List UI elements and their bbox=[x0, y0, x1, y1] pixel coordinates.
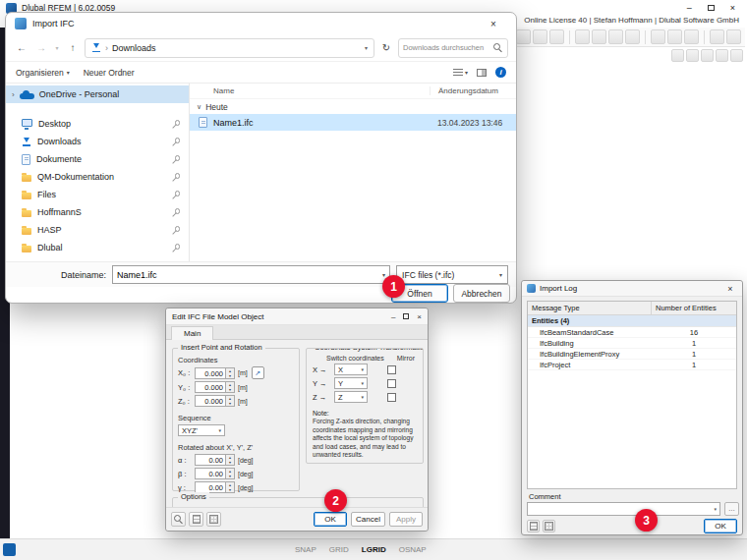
sidebar-item-onedrive[interactable]: › OneDrive - Personal bbox=[6, 85, 189, 103]
log-row[interactable]: IfcBuildingElementProxy 1 bbox=[528, 349, 736, 360]
spinner-down-icon[interactable]: ▾ bbox=[226, 373, 234, 378]
pin-icon[interactable] bbox=[170, 243, 180, 252]
sidebar-item-downloads[interactable]: Downloads bbox=[6, 133, 189, 150]
toolbar-icon[interactable] bbox=[667, 29, 682, 44]
toolbar-icon[interactable] bbox=[651, 29, 665, 44]
close-icon[interactable]: × bbox=[417, 312, 422, 321]
log-row[interactable]: IfcProject 1 bbox=[528, 360, 736, 370]
chevron-down-icon[interactable]: ▾ bbox=[382, 271, 385, 278]
alpha-input[interactable]: 0.00 bbox=[195, 454, 226, 466]
filename-input[interactable] bbox=[113, 270, 382, 280]
column-header-count[interactable]: Number of Entities bbox=[652, 302, 736, 314]
pin-icon[interactable] bbox=[170, 207, 180, 217]
pin-icon[interactable] bbox=[170, 154, 180, 164]
pin-icon[interactable] bbox=[170, 119, 180, 129]
column-header-date[interactable]: Änderungsdatum bbox=[430, 86, 498, 95]
toolbar-icon[interactable] bbox=[533, 29, 547, 44]
toolbar-icon[interactable] bbox=[710, 29, 724, 44]
toolbar-icon[interactable] bbox=[730, 49, 743, 62]
mirror-x-checkbox[interactable] bbox=[387, 365, 396, 374]
column-header-message-type[interactable]: Message Type bbox=[528, 302, 652, 314]
minimize-icon[interactable]: – bbox=[391, 312, 395, 321]
spinner-down-icon[interactable]: ▾ bbox=[226, 487, 234, 492]
grid-toggle[interactable]: GRID bbox=[329, 545, 349, 554]
search-input[interactable] bbox=[403, 43, 490, 52]
beta-input[interactable]: 0.00 bbox=[195, 468, 226, 479]
sidebar-item-dlubal[interactable]: Dlubal bbox=[6, 239, 189, 256]
close-icon[interactable]: × bbox=[480, 19, 507, 29]
toolbar-icon[interactable] bbox=[701, 49, 714, 62]
spinner-down-icon[interactable]: ▾ bbox=[226, 474, 234, 478]
pin-icon[interactable] bbox=[170, 225, 180, 235]
sidebar-item-files[interactable]: Files bbox=[6, 186, 189, 203]
preview-pane-button[interactable] bbox=[477, 69, 487, 77]
log-row[interactable]: IfcBeamStandardCase 16 bbox=[528, 327, 736, 338]
maximize-icon[interactable] bbox=[403, 313, 409, 319]
toolbar-icon[interactable] bbox=[726, 29, 741, 44]
log-group-row[interactable]: Entities (4) bbox=[528, 315, 736, 327]
x0-input[interactable]: 0.000 bbox=[195, 367, 226, 379]
view-options-button[interactable]: ▾ bbox=[453, 69, 468, 77]
minimize-icon[interactable]: – bbox=[687, 1, 692, 15]
toolbar-icon[interactable] bbox=[575, 29, 590, 44]
mirror-z-checkbox[interactable] bbox=[387, 393, 396, 402]
ok-button[interactable]: OK bbox=[314, 512, 347, 527]
comment-combobox[interactable]: ▾ bbox=[527, 502, 720, 516]
search-box[interactable] bbox=[398, 38, 508, 58]
z0-input[interactable]: 0.000 bbox=[195, 395, 226, 407]
mirror-y-checkbox[interactable] bbox=[387, 379, 396, 388]
pin-icon[interactable] bbox=[170, 172, 180, 182]
osnap-toggle[interactable]: OSNAP bbox=[399, 545, 427, 554]
ok-button[interactable]: OK bbox=[704, 519, 737, 533]
toolbar-icon[interactable] bbox=[671, 49, 684, 62]
chevron-right-icon[interactable]: › bbox=[12, 90, 15, 99]
sidebar-item-desktop[interactable]: Desktop bbox=[6, 115, 189, 133]
notes-tool-button[interactable] bbox=[189, 512, 203, 527]
switch-y-combobox[interactable]: Y ▾ bbox=[334, 377, 368, 389]
toolbar-icon[interactable] bbox=[592, 29, 606, 44]
filetype-combobox[interactable]: IFC files (*.ifc) ▾ bbox=[396, 265, 508, 284]
snap-toggle[interactable]: SNAP bbox=[295, 545, 316, 554]
sidebar-item-dokumente[interactable]: Dokumente bbox=[6, 150, 189, 168]
spinner[interactable]: ▴ ▾ bbox=[226, 367, 235, 379]
back-icon[interactable]: ← bbox=[14, 42, 29, 53]
file-row[interactable]: Name1.ifc 13.04.2023 13:46 bbox=[190, 114, 516, 131]
sidebar-item-hasp[interactable]: HASP bbox=[6, 221, 189, 239]
switch-x-combobox[interactable]: X ▾ bbox=[334, 364, 368, 375]
sidebar-item-qm-dokumentation[interactable]: QM-Dokumentation bbox=[6, 168, 189, 186]
breadcrumb[interactable]: Downloads bbox=[112, 43, 156, 53]
address-bar[interactable]: › Downloads ▾ bbox=[85, 38, 374, 58]
tab-main[interactable]: Main bbox=[171, 326, 213, 340]
close-icon[interactable]: × bbox=[723, 284, 737, 294]
lgrid-toggle[interactable]: LGRID bbox=[362, 545, 386, 554]
pin-icon[interactable] bbox=[170, 190, 180, 199]
filename-combobox[interactable]: ▾ bbox=[112, 265, 390, 284]
new-folder-button[interactable]: Neuer Ordner bbox=[84, 68, 135, 78]
search-tool-button[interactable] bbox=[171, 512, 186, 527]
copy-tool-button[interactable] bbox=[543, 520, 555, 532]
spinner-down-icon[interactable]: ▾ bbox=[226, 460, 234, 465]
spinner-down-icon[interactable]: ▾ bbox=[226, 387, 234, 392]
help-icon[interactable]: i bbox=[495, 67, 506, 78]
cancel-button[interactable]: Cancel bbox=[351, 512, 385, 527]
spinner[interactable]: ▴ ▾ bbox=[226, 481, 235, 493]
table-tool-button[interactable] bbox=[206, 512, 221, 527]
save-tool-button[interactable] bbox=[527, 520, 540, 532]
toolbar-icon[interactable] bbox=[625, 29, 640, 44]
toolbar-icon[interactable] bbox=[516, 29, 531, 44]
address-chevron-icon[interactable]: ▾ bbox=[365, 44, 368, 51]
toolbar-icon[interactable] bbox=[686, 49, 699, 62]
history-chevron-icon[interactable]: ▾ bbox=[53, 44, 61, 51]
pin-icon[interactable] bbox=[170, 137, 180, 146]
panel-toggle-icon[interactable] bbox=[3, 543, 16, 556]
pick-point-button[interactable]: ↗ bbox=[252, 366, 264, 379]
spinner[interactable]: ▴ ▾ bbox=[226, 468, 235, 479]
apply-button[interactable]: Apply bbox=[389, 512, 423, 527]
toolbar-icon[interactable] bbox=[608, 29, 623, 44]
group-header-heute[interactable]: ∨ Heute bbox=[190, 99, 516, 114]
sequence-combobox[interactable]: XYZ' ▾ bbox=[178, 424, 225, 436]
spinner[interactable]: ▴ ▾ bbox=[226, 395, 235, 407]
spinner[interactable]: ▴ ▾ bbox=[226, 454, 235, 466]
up-icon[interactable]: ↑ bbox=[65, 42, 81, 53]
log-row[interactable]: IfcBuilding 1 bbox=[528, 338, 736, 349]
